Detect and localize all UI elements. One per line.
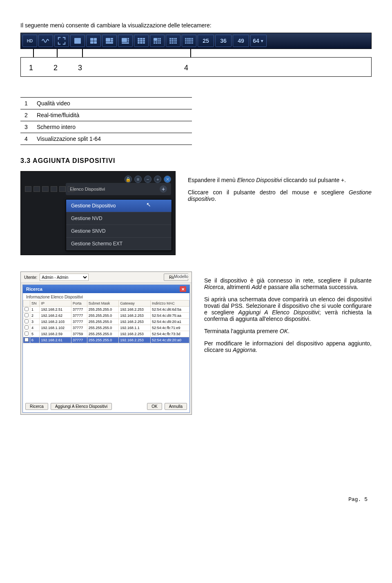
- aggiungi-elenco-button[interactable]: Aggiungi A Elenco Dispositivi: [51, 403, 112, 410]
- fullscreen-icon: [57, 36, 66, 45]
- ricerca-button[interactable]: Ricerca: [25, 403, 48, 410]
- callout-3: 3: [78, 64, 82, 72]
- menu-item-gestione-snvd[interactable]: Gestione SNVD: [66, 225, 172, 238]
- close-icon[interactable]: ✕: [180, 286, 186, 292]
- paragraph: Espandere il menù Elenco Dispositivi cli…: [188, 177, 372, 183]
- intro-text: Il seguente menù consente di cambiare la…: [20, 22, 372, 29]
- paragraph: Cliccare con il pulsante destro del mous…: [188, 189, 372, 202]
- split-25-button[interactable]: 25: [198, 35, 214, 47]
- split-64-button[interactable]: 64▼: [250, 35, 267, 47]
- list-icon[interactable]: ≡: [134, 176, 142, 183]
- device-list-title: Elenco Dispositivi: [70, 187, 105, 191]
- split-49-button[interactable]: 49: [233, 35, 249, 47]
- num-label: 36: [220, 38, 227, 44]
- user-select[interactable]: Admin - Admin: [40, 274, 89, 281]
- modello-label: Modello: [174, 274, 188, 279]
- callout-box: 1 2 3 4: [20, 57, 372, 77]
- minus-icon[interactable]: −: [144, 176, 151, 183]
- row-checkbox[interactable]: [24, 325, 29, 329]
- user-label: Utente:: [24, 275, 37, 280]
- plus-circle-icon[interactable]: ＋: [154, 176, 161, 183]
- menu-item-gestione-nvd[interactable]: Gestione NVD: [66, 212, 172, 225]
- paragraph: Per modificare le informazioni del dispo…: [204, 340, 372, 353]
- menu-item-gestione-dispositivo[interactable]: Gestione Dispositivo ↖: [66, 200, 172, 212]
- ok-button[interactable]: OK: [147, 403, 162, 410]
- section-heading: 3.3 AGGIUNTA DISPOSITIVI: [20, 157, 372, 165]
- device-table: SN IP Porta Subnet Mask Gateway Indirizz…: [23, 300, 189, 343]
- menu-label: Gestione Schermo EXT: [71, 241, 122, 247]
- menu-label: Gestione Dispositivo: [71, 203, 116, 209]
- table-row-selected[interactable]: 6192.168.2.6137777255.255.255.0192.168.2…: [23, 337, 189, 343]
- annulla-button[interactable]: Annulla: [165, 403, 187, 410]
- num-label: 64: [253, 38, 259, 44]
- table-row[interactable]: 1192.168.2.5137777255.255.255.0192.168.2…: [23, 307, 189, 313]
- menu-label: Gestione NVD: [71, 216, 102, 221]
- hd-label: HD: [27, 39, 33, 43]
- camera-view-toolbar: HD 25 36 49 64▼: [20, 33, 372, 49]
- menu-item-gestione-schermo-ext[interactable]: Gestione Schermo EXT: [66, 238, 172, 250]
- fullscreen-button[interactable]: [54, 35, 69, 47]
- callout-2: 2: [53, 64, 58, 72]
- dialog-title: Ricerca: [26, 287, 42, 292]
- num-label: 49: [238, 38, 244, 44]
- paragraph: Terminata l'aggiunta premere OK.: [204, 328, 372, 334]
- wave-icon: [41, 36, 50, 45]
- table-row: 4Visualizzazione split 1-64: [20, 133, 192, 145]
- table-row[interactable]: 4192.168.1.10237777255.255.255.0192.168.…: [23, 325, 189, 331]
- row-checkbox[interactable]: [24, 332, 29, 336]
- search-window-screenshot: Modello Utente: Admin - Admin Ricerca Ri…: [20, 271, 192, 415]
- table-row[interactable]: 3192.168.2.10337777255.255.255.0192.168.…: [23, 319, 189, 325]
- row-checkbox[interactable]: [24, 319, 29, 323]
- row-checkbox[interactable]: [24, 338, 29, 342]
- split-8-button[interactable]: [118, 35, 133, 47]
- mini-icon[interactable]: [25, 186, 31, 192]
- dialog-subtitle: Informazione Elenco Dispositivi: [23, 293, 189, 299]
- split-6-button[interactable]: [102, 35, 117, 47]
- split-13-button[interactable]: [150, 35, 165, 47]
- callout-1: 1: [29, 64, 33, 72]
- close-icon[interactable]: ✕: [164, 176, 171, 183]
- paragraph: Si aprirà una schermata dove comparirà u…: [204, 296, 372, 322]
- device-panel-screenshot: 🔒 ≡ − ＋ ✕ Elenco Dispositivi + Gestione …: [20, 171, 176, 255]
- chevron-down-icon: ▼: [260, 39, 264, 43]
- table-row: 1Qualità video: [20, 98, 192, 109]
- row-checkbox[interactable]: [24, 313, 29, 317]
- row-checkbox[interactable]: [24, 307, 29, 311]
- mini-icon[interactable]: [51, 186, 57, 192]
- table-row: 3Schermo intero: [20, 121, 192, 133]
- lock-icon[interactable]: 🔒: [125, 176, 132, 183]
- split-4-button[interactable]: [86, 35, 101, 47]
- callout-4: 4: [184, 64, 188, 72]
- device-list-header[interactable]: Elenco Dispositivi +: [66, 183, 171, 195]
- page-footer: Pag. 5: [20, 496, 372, 503]
- split-36-button[interactable]: 36: [215, 35, 232, 47]
- legend-table: 1Qualità video 2Real-time/fluidità 3Sche…: [20, 97, 192, 145]
- table-row[interactable]: 2192.168.2.6237777255.255.255.0192.168.2…: [23, 313, 189, 319]
- mini-icon[interactable]: [33, 186, 40, 192]
- menu-label: Gestione SNVD: [71, 228, 106, 234]
- mini-icon[interactable]: [42, 186, 49, 192]
- mini-icon[interactable]: [59, 186, 66, 192]
- split-9-button[interactable]: [134, 35, 149, 47]
- split-20-button[interactable]: [182, 35, 196, 47]
- split-16-button[interactable]: [166, 35, 180, 47]
- paragraph: Se il dispositivo è già connesso in rete…: [204, 277, 372, 290]
- split-1-button[interactable]: [70, 35, 85, 47]
- context-menu: Gestione Dispositivo ↖ Gestione NVD Gest…: [66, 199, 172, 251]
- fluidity-button[interactable]: [38, 35, 53, 47]
- num-label: 25: [203, 38, 209, 44]
- ricerca-dialog: Ricerca ✕ Informazione Elenco Dispositiv…: [22, 285, 190, 413]
- cursor-icon: ↖: [146, 201, 151, 208]
- hd-button[interactable]: HD: [22, 35, 37, 47]
- expand-plus-icon[interactable]: +: [160, 185, 167, 193]
- table-row: 2Real-time/fluidità: [20, 109, 192, 121]
- table-row[interactable]: 5192.168.2.5937759255.255.255.0192.168.2…: [23, 331, 189, 337]
